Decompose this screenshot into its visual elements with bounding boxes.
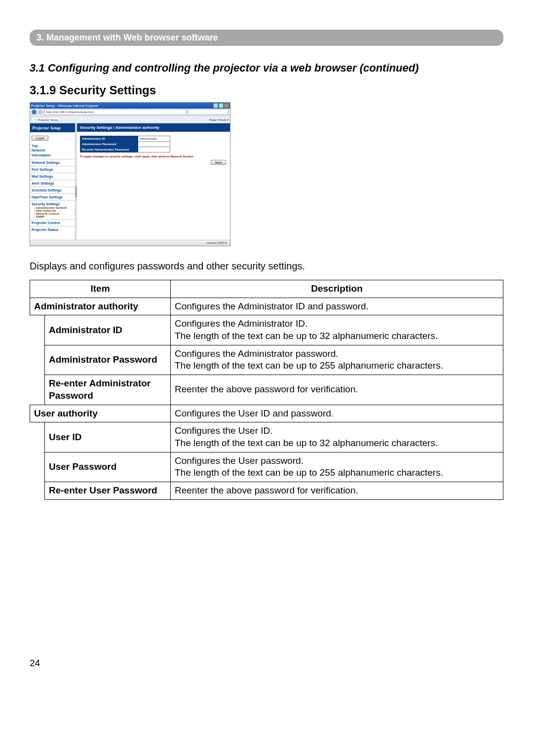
settings-table: Item Description Administrator authority… bbox=[30, 280, 503, 500]
security-form: Administrator ID Administrator Administr… bbox=[80, 136, 170, 152]
sidebar-brand: Projector Setup bbox=[30, 123, 77, 132]
sidebar-top-group: Top: Network Information bbox=[30, 143, 77, 158]
sidebar-item-projector-control[interactable]: Projector Control bbox=[30, 221, 77, 225]
sidebar-item-schedule-settings[interactable]: Schedule Settings bbox=[30, 188, 77, 192]
sidebar-item-projector-status[interactable]: Projector Status bbox=[30, 227, 77, 232]
sidebar-item-alert-settings[interactable]: Alert Settings bbox=[30, 181, 77, 186]
form-label-admin-id: Administrator ID bbox=[80, 136, 138, 142]
page-number: 24 bbox=[30, 658, 503, 669]
sidebar-item-network-settings[interactable]: Network Settings bbox=[30, 160, 77, 165]
desc-admin-pw: Configures the Administrator password. T… bbox=[171, 345, 503, 375]
screenshot-sidebar: Projector Setup Logoff Top: Network Info… bbox=[30, 123, 77, 241]
browser-tab[interactable]: ☆ Projector Setup bbox=[32, 117, 61, 122]
form-input-admin-pw2[interactable] bbox=[138, 147, 170, 152]
table-header-row: Item Description bbox=[30, 280, 503, 298]
url-box[interactable]: http://192.168.1.10/admin/enter.html bbox=[44, 109, 187, 115]
table-row: Re-enter User Password Reenter the above… bbox=[30, 482, 503, 499]
desc-user-pw: Configures the User password. The length… bbox=[171, 452, 503, 482]
form-input-admin-id[interactable]: Administrator bbox=[138, 136, 170, 142]
form-label-admin-pw2: Re-enter Administrator Password bbox=[80, 147, 138, 152]
logoff-button[interactable]: Logoff bbox=[32, 136, 48, 141]
browser-tab-row: ☆ Projector Setup Page ▾ Tools ▾ bbox=[30, 116, 230, 123]
screenshot-main: Security Settings / Administrator author… bbox=[77, 123, 230, 241]
sidebar-item-port-settings[interactable]: Port Settings bbox=[30, 167, 77, 172]
desc-admin-pw2: Reenter the above password for verificat… bbox=[171, 375, 503, 405]
window-title: Projector Setup - Windows Internet Explo… bbox=[31, 104, 99, 108]
item-user-id: User ID bbox=[45, 422, 171, 452]
section-title: 3.1 Configuring and controlling the proj… bbox=[30, 62, 503, 75]
subsection-title: 3.1.9 Security Settings bbox=[30, 83, 503, 97]
desc-user-id: Configures the User ID. The length of th… bbox=[171, 422, 503, 452]
sidebar-sub-snmp[interactable]: › SNMP bbox=[30, 215, 77, 218]
form-label-admin-pw: Administrator Password bbox=[80, 142, 138, 147]
table-row: Administrator ID Configures the Administ… bbox=[30, 315, 503, 345]
chapter-header: 3. Management with Web browser software bbox=[30, 30, 503, 46]
desc-admin-authority: Configures the Administrator ID and pass… bbox=[171, 298, 503, 315]
item-admin-pw2: Re-enter Administrator Password bbox=[45, 375, 171, 405]
search-box[interactable] bbox=[188, 109, 228, 115]
panel-header: Security Settings / Administrator author… bbox=[77, 123, 230, 132]
window-titlebar: Projector Setup - Windows Internet Explo… bbox=[30, 103, 230, 109]
table-row: User Password Configures the User passwo… bbox=[30, 452, 503, 482]
sidebar-item-mail-settings[interactable]: Mail Settings bbox=[30, 174, 77, 179]
th-item: Item bbox=[30, 280, 171, 298]
table-row: Re-enter Administrator Password Reenter … bbox=[30, 375, 503, 405]
embedded-screenshot: Projector Setup - Windows Internet Explo… bbox=[30, 102, 230, 246]
indent-cell bbox=[30, 422, 45, 499]
apply-note: To apply changes to security settings, c… bbox=[80, 155, 227, 158]
apply-button[interactable]: Apply bbox=[211, 160, 226, 165]
item-user-pw: User Password bbox=[45, 452, 171, 482]
item-admin-authority: Administrator authority bbox=[30, 298, 171, 315]
item-admin-id: Administrator ID bbox=[45, 315, 171, 345]
item-admin-pw: Administrator Password bbox=[45, 345, 171, 375]
table-row: User authority Configures the User ID an… bbox=[30, 405, 503, 422]
browser-statusbar: Internet 100% ▾ bbox=[30, 240, 230, 246]
form-input-admin-pw[interactable] bbox=[138, 142, 170, 147]
table-row: User ID Configures the User ID. The leng… bbox=[30, 422, 503, 452]
item-user-pw2: Re-enter User Password bbox=[45, 482, 171, 499]
tab-label: Projector Setup bbox=[38, 118, 58, 121]
desc-user-pw2: Reenter the above password for verificat… bbox=[171, 482, 503, 499]
forward-icon[interactable] bbox=[38, 110, 43, 114]
indent-cell bbox=[30, 315, 45, 405]
window-buttons bbox=[213, 103, 229, 108]
table-row: Administrator authority Configures the A… bbox=[30, 298, 503, 315]
back-icon[interactable] bbox=[32, 110, 37, 114]
toolbar-right: Page ▾ Tools ▾ bbox=[209, 118, 228, 121]
item-user-authority: User authority bbox=[30, 405, 171, 422]
table-row: Administrator Password Configures the Ad… bbox=[30, 345, 503, 375]
browser-address-row: http://192.168.1.10/admin/enter.html bbox=[30, 109, 230, 116]
sidebar-item-security-settings[interactable]: Security Settings bbox=[30, 202, 77, 206]
desc-user-authority: Configures the User ID and password. bbox=[171, 405, 503, 422]
sidebar-item-datetime-settings[interactable]: Date/Time Settings bbox=[30, 195, 77, 199]
intro-text: Displays and configures passwords and ot… bbox=[30, 259, 503, 273]
th-description: Description bbox=[171, 280, 503, 298]
desc-admin-id: Configures the Administrator ID. The len… bbox=[171, 315, 503, 345]
